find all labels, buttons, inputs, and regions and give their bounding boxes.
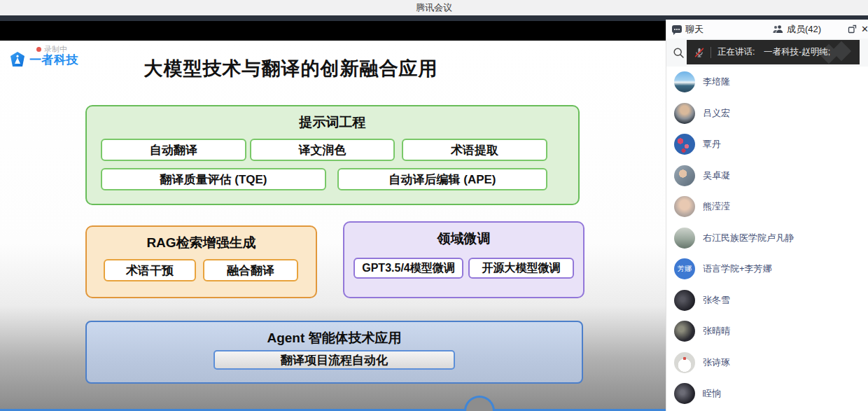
agent-item-workflow-automation: 翻译项目流程自动化 [214,350,455,370]
member-name: 李培隆 [703,76,730,88]
member-name: 眰恦 [703,387,721,400]
member-name: 右江民族医学院卢凡静 [703,232,794,244]
popout-icon [848,25,857,34]
meeting-side-panel: 聊天 成员(42) ✕ 李培隆 [666,20,868,411]
close-panel-button[interactable]: ✕ [861,20,868,39]
avatar [674,196,695,217]
member-row[interactable]: 张冬雪 [666,285,868,316]
tab-members[interactable]: 成员(42) [773,20,821,39]
finetune-item-gpt: GPT3.5/4模型微调 [354,258,463,279]
avatar [674,383,695,404]
presentation-slide: 一者科技 录制中 大模型技术与翻译的创新融合应用 提示词工程 自动翻译 译文润色… [0,41,666,409]
prompt-engineering-group: 提示词工程 自动翻译 译文润色 术语提取 翻译质量评估 (TQE) 自动译后编辑… [85,105,580,205]
avatar: 芳娜 [674,258,695,279]
shared-screen-area: 一者科技 录制中 大模型技术与翻译的创新融合应用 提示词工程 自动翻译 译文润色… [0,21,666,411]
avatar [674,71,695,92]
member-name: 张晴晴 [703,325,730,337]
member-row[interactable]: 张诗琢 [666,347,868,379]
panel-tabbar: 聊天 成员(42) ✕ [666,20,868,39]
member-row[interactable]: 眰恦 [666,378,868,410]
member-row[interactable]: 李培隆 [666,67,868,98]
prompt-item-polish: 译文润色 [250,139,395,161]
recording-indicator: 录制中 [36,44,67,55]
rag-item-term-intervention: 术语干预 [104,259,196,281]
tab-members-label: 成员(42) [787,23,821,36]
rag-group: RAG检索增强生成 术语干预 融合翻译 [85,225,317,298]
close-icon: ✕ [861,24,868,34]
member-row[interactable]: 吴卓凝 [666,160,868,192]
avatar [674,290,695,311]
avatar [674,103,695,124]
avatar [674,228,695,249]
window-title: 腾讯会议 [416,1,452,14]
prompt-group-title: 提示词工程 [87,106,578,132]
popout-button[interactable] [848,20,857,39]
prompt-item-tqe: 翻译质量评估 (TQE) [101,168,326,190]
rag-item-fusion-translate: 融合翻译 [203,259,298,281]
member-row[interactable]: 吕义宏 [666,98,868,130]
active-speaker-toast: 正在讲话: 一者科技-赵明纯; [687,40,860,64]
member-row[interactable]: 覃丹 [666,129,868,160]
watermark-logo [819,43,857,62]
avatar [674,352,695,373]
finetune-item-opensource: 开源大模型微调 [468,258,574,279]
chat-bubble-icon [672,25,682,33]
rag-group-title: RAG检索增强生成 [87,227,316,252]
window-titlebar: 腾讯会议 [0,0,868,15]
avatar [674,134,695,155]
member-row[interactable]: 右江民族医学院卢凡静 [666,223,868,254]
member-row[interactable]: 芳娜 语言学院+李芳娜 [666,253,868,285]
tab-chat[interactable]: 聊天 [672,20,704,39]
agent-group: Agent 智能体技术应用 翻译项目流程自动化 [85,321,583,384]
finetune-group-title: 领域微调 [344,223,583,248]
member-name: 覃丹 [703,138,721,151]
finetune-group: 领域微调 GPT3.5/4模型微调 开源大模型微调 [343,221,584,298]
speaking-label: 正在讲话: [718,47,755,57]
member-name: 吕义宏 [703,107,730,120]
prompt-item-auto-translate: 自动翻译 [101,139,246,161]
member-name: 张冬雪 [703,294,730,307]
speaking-status-text: 正在讲话: 一者科技-赵明纯; [718,46,830,58]
recording-dot-icon [36,47,41,52]
prompt-item-term-extract: 术语提取 [402,139,547,161]
tab-chat-label: 聊天 [685,23,704,36]
member-name: 张诗琢 [703,356,730,369]
slide-title: 大模型技术与翻译的创新融合应用 [0,56,582,81]
member-row[interactable]: 张晴晴 [666,316,868,347]
muted-mic-icon [694,47,705,58]
member-name: 吴卓凝 [703,169,730,182]
member-name: 语言学院+李芳娜 [703,263,772,275]
avatar [674,321,695,342]
member-name: 熊滢滢 [703,200,730,213]
member-row[interactable]: 熊滢滢 [666,191,868,223]
avatar [674,165,695,186]
toast-divider [710,47,711,58]
member-list: 李培隆 吕义宏 覃丹 吴卓凝 熊滢滢 右江民族医学院卢凡静 芳娜 语言学院+李芳… [666,67,868,411]
prompt-item-ape: 自动译后编辑 (APE) [337,168,547,190]
search-icon [673,47,685,59]
members-icon [773,25,783,34]
agent-group-title: Agent 智能体技术应用 [87,322,582,347]
recording-label: 录制中 [44,44,67,55]
